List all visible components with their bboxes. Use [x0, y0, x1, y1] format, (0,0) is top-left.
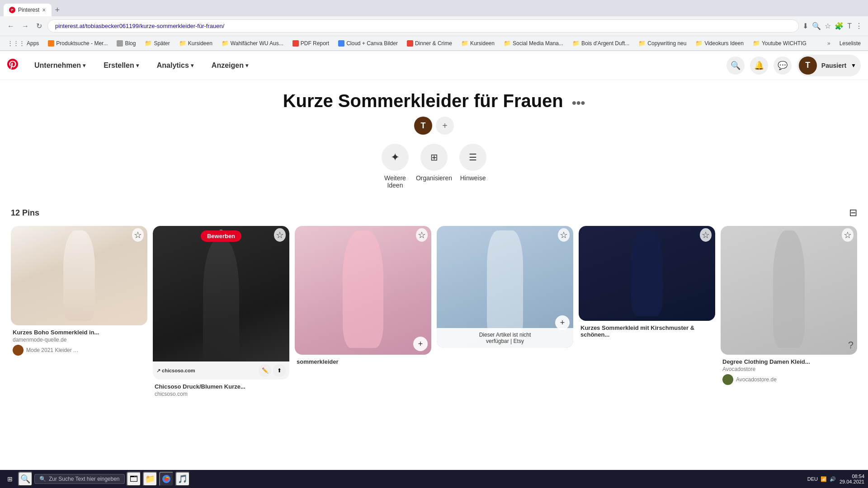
action-label: Organisieren	[416, 174, 452, 182]
back-button[interactable]: ←	[5, 20, 16, 32]
forward-button[interactable]: →	[20, 20, 31, 32]
tab-close-button[interactable]: ×	[42, 6, 46, 14]
more-bookmarks-button[interactable]: »	[826, 39, 832, 47]
save-star-button[interactable]: ☆	[132, 230, 144, 240]
add-pin-button[interactable]: +	[413, 337, 428, 351]
bookmark-cloud[interactable]: Cloud + Canva Bilder	[336, 39, 400, 47]
pin-image-wrapper: ☆ + Dieser Artikel ist nichtverfügbar | …	[437, 226, 573, 348]
chevron-down-icon: ▾	[83, 62, 85, 69]
pin-item[interactable]: Bewerben ↗ chicsoso.com ✏️ ⬆ ☆	[153, 226, 289, 399]
pin-domain: Avocadostore	[722, 366, 855, 372]
bookmark-label: Social Media Mana...	[513, 40, 563, 47]
profile-icon[interactable]: T	[847, 22, 852, 30]
search-icon[interactable]: 🔍	[812, 22, 821, 30]
save-star-button[interactable]: ☆	[558, 230, 570, 240]
nav-unternehmen[interactable]: Unternehmen ▾	[29, 58, 91, 73]
share-icon[interactable]: ⬆	[273, 364, 286, 377]
tab-favicon: P	[9, 7, 15, 13]
bookmark-label: Bois d'Argent Duft...	[581, 40, 629, 47]
bookmark-pdf[interactable]: PDF Report	[291, 39, 331, 47]
new-tab-button[interactable]: +	[52, 5, 64, 15]
nav-anzeigen[interactable]: Anzeigen ▾	[206, 58, 254, 73]
url-bar[interactable]: pinterest.at/tobiasbecker061199/kurze-so…	[47, 19, 799, 33]
pin-item[interactable]: ☆ Kurzes Sommerkleid mit Kirschmuster & …	[579, 226, 715, 341]
page-content[interactable]: Kurze Sommerkleider für Frauen ••• T + ✦…	[0, 80, 868, 470]
bookmark-kursideen2[interactable]: 📁 Kursideen	[459, 39, 496, 47]
add-collaborator-button[interactable]: +	[436, 117, 454, 135]
filter-button[interactable]: ⊟	[849, 207, 857, 219]
bookmark-label: Kursideen	[470, 40, 495, 47]
pins-header: 12 Pins ⊟	[11, 207, 857, 219]
bookmark-label: Produktsuche - Mer...	[56, 40, 108, 47]
more-ideas-button[interactable]: ✦ WeitereIdeen	[382, 144, 409, 189]
download-icon[interactable]: ⬇	[802, 22, 808, 30]
bookmark-copy[interactable]: 📁 Copywriting neu	[637, 39, 688, 47]
profile-menu-button[interactable]: T Pausiert ▼	[797, 55, 861, 76]
browser-tab[interactable]: P Pinterest ×	[4, 4, 52, 16]
star-icon: ☆	[842, 228, 854, 242]
edit-icon[interactable]: ✏️	[259, 364, 271, 377]
board-collaborators: T +	[9, 117, 859, 135]
nav-analytics[interactable]: Analytics ▾	[151, 58, 199, 73]
browser-chrome: P Pinterest × + ← → ↻ pinterest.at/tobia…	[0, 0, 868, 51]
pin-item[interactable]: ☆ + sommerkleider	[295, 226, 431, 368]
chevron-down-icon: ▾	[245, 62, 248, 69]
bookmark-label: PDF Report	[301, 40, 329, 47]
folder-icon: 📁	[504, 40, 511, 47]
star-bookmark-icon[interactable]: ☆	[825, 22, 831, 30]
pin-image-wrapper: ☆ ?	[721, 226, 857, 355]
star-icon: ☆	[274, 228, 286, 242]
save-star-button[interactable]: ☆	[416, 230, 428, 240]
bookmark-leseliste[interactable]: Leseliste	[838, 39, 863, 47]
bookmark-produktsuche[interactable]: Produktsuche - Mer...	[46, 39, 109, 47]
organize-button[interactable]: ⊞ Organisieren	[416, 144, 452, 189]
bookmark-dinner[interactable]: Dinner & Crime	[405, 39, 454, 47]
bookmark-wahlf[interactable]: 📁 Wahlfächer WU Aus...	[220, 39, 285, 47]
notifications-button[interactable]: 🔔	[750, 56, 768, 75]
bookmark-label: Später	[154, 40, 170, 47]
bookmark-favicon	[48, 40, 54, 47]
menu-icon[interactable]: ⋮	[855, 22, 863, 30]
bookmark-spaeter[interactable]: 📁 Später	[143, 39, 171, 47]
bookmarks-bar: ⋮⋮⋮ Apps Produktsuche - Mer... Blog 📁 Sp…	[0, 36, 868, 51]
bookmark-favicon	[338, 40, 344, 47]
bookmark-blog[interactable]: Blog	[115, 39, 137, 47]
messages-button[interactable]: 💬	[774, 56, 792, 75]
save-star-button[interactable]: ☆	[274, 230, 286, 240]
pin-item[interactable]: ☆ ? Degree Clothing Damen Kleid... Avoca…	[721, 226, 857, 387]
pin-image-wrapper: ☆	[11, 226, 147, 325]
nav-erstellen[interactable]: Erstellen ▾	[98, 58, 144, 73]
collaborator-avatar[interactable]: T	[414, 117, 432, 135]
bookmark-video[interactable]: 📁 Videokurs Ideen	[693, 39, 745, 47]
bookmark-youtube[interactable]: 📁 Youtube WICHTIG	[751, 39, 808, 47]
pinterest-logo[interactable]	[7, 59, 18, 72]
refresh-button[interactable]: ↻	[34, 20, 44, 32]
bookmark-bois[interactable]: 📁 Bois d'Argent Duft...	[571, 39, 631, 47]
pin-title: sommerkleider	[297, 358, 429, 365]
bookmark-apps[interactable]: ⋮⋮⋮ Apps	[5, 39, 41, 47]
question-icon[interactable]: ?	[848, 339, 854, 351]
board-options-button[interactable]: •••	[572, 96, 585, 110]
folder-icon: 📁	[179, 40, 186, 47]
save-star-button[interactable]: ☆	[842, 230, 854, 240]
source-link[interactable]: ↗ chicsoso.com	[156, 368, 256, 374]
pin-image-wrapper: Bewerben ↗ chicsoso.com ✏️ ⬆ ☆	[153, 226, 289, 380]
extension-icon[interactable]: 🧩	[835, 22, 844, 30]
save-star-button[interactable]: ☆	[700, 230, 712, 240]
search-button[interactable]: 🔍	[726, 56, 745, 75]
pin-user-avatar	[722, 374, 733, 385]
pin-user: Avocadostore.de	[722, 374, 855, 385]
pin-info: Chicsoso Druck/Blumen Kurze... chicsoso.…	[153, 380, 289, 399]
bookmark-kursideen[interactable]: 📁 Kursideen	[177, 39, 214, 47]
pin-info: sommerkleider	[295, 355, 431, 368]
bookmark-label: Youtube WICHTIG	[762, 40, 807, 47]
star-icon: ☆	[416, 228, 428, 242]
bookmark-social[interactable]: 📁 Social Media Mana...	[502, 39, 565, 47]
pin-item[interactable]: ☆ + Dieser Artikel ist nichtverfügbar | …	[437, 226, 573, 348]
chevron-down-icon: ▾	[191, 62, 193, 69]
bookmark-label: Blog	[125, 40, 136, 47]
pin-title: Chicsoso Druck/Blumen Kurze...	[155, 383, 288, 390]
folder-icon: 📁	[145, 40, 152, 47]
pin-item[interactable]: ☆ Kurzes Boho Sommerkleid in... damenmod…	[11, 226, 147, 357]
notes-button[interactable]: ☰ Hinweise	[459, 144, 486, 189]
